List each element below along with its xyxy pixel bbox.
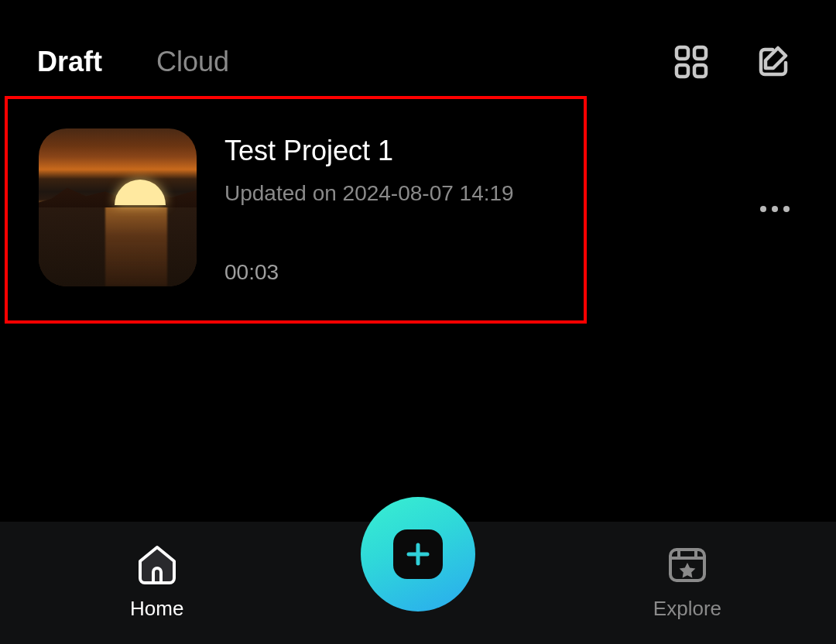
project-thumbnail: [39, 128, 197, 286]
edit-icon: [755, 44, 791, 80]
project-title: Test Project 1: [224, 135, 514, 167]
project-list-item[interactable]: Test Project 1 Updated on 2024-08-07 14:…: [39, 128, 797, 289]
more-icon: [760, 206, 766, 212]
project-info: Test Project 1 Updated on 2024-08-07 14:…: [197, 128, 514, 289]
bottom-bar: Home Explore: [0, 478, 836, 644]
home-icon: [135, 543, 180, 587]
tab-draft[interactable]: Draft: [37, 46, 102, 78]
top-bar-actions: [673, 44, 799, 80]
tabs: Draft Cloud: [37, 46, 229, 78]
nav-home[interactable]: Home: [130, 543, 183, 621]
create-button[interactable]: [361, 497, 475, 611]
grid-icon: [673, 44, 709, 80]
tab-cloud[interactable]: Cloud: [156, 46, 229, 78]
top-bar: Draft Cloud: [37, 39, 799, 85]
plus-icon: [404, 540, 432, 568]
create-button-inner: [393, 529, 443, 579]
svg-rect-1: [694, 47, 706, 59]
explore-icon: [665, 543, 710, 587]
grid-view-button[interactable]: [673, 44, 709, 80]
nav-home-label: Home: [130, 597, 183, 621]
svg-rect-0: [677, 47, 688, 59]
svg-rect-2: [677, 65, 688, 77]
project-more-button[interactable]: [752, 198, 797, 220]
project-updated-date: Updated on 2024-08-07 14:19: [224, 181, 514, 206]
project-duration: 00:03: [224, 260, 514, 285]
svg-rect-3: [694, 65, 706, 77]
nav-explore[interactable]: Explore: [653, 543, 721, 621]
edit-button[interactable]: [755, 44, 791, 80]
nav-explore-label: Explore: [653, 597, 721, 621]
